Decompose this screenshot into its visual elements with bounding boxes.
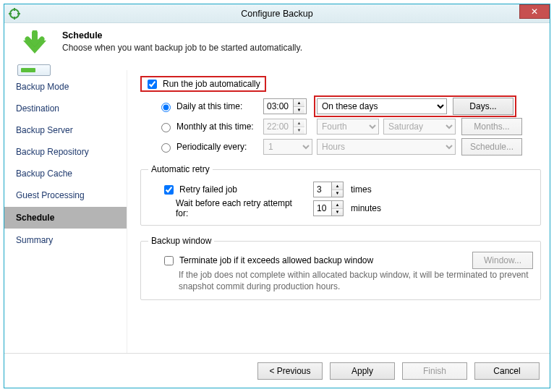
sidebar-item-backup-server[interactable]: Backup Server: [4, 119, 127, 141]
configure-backup-window: Configure Backup ✕ Schedule Choose when …: [4, 4, 550, 388]
schedule-icon: [17, 30, 52, 65]
days-mode-select[interactable]: On these days: [317, 98, 447, 114]
wizard-footer: < Previous Apply Finish Cancel: [4, 353, 550, 388]
daily-time-spinner[interactable]: ▲▼: [293, 99, 304, 114]
terminate-checkbox[interactable]: Terminate job if it exceeds allowed back…: [161, 254, 373, 268]
schedule-panel: Run the job automatically Daily at this …: [127, 70, 550, 361]
monthly-day-select: Saturday: [383, 119, 456, 135]
retry-checkbox[interactable]: Retry failed job: [161, 183, 306, 197]
retry-times-input[interactable]: ▲▼: [313, 182, 344, 197]
sidebar-item-destination[interactable]: Destination: [4, 98, 127, 119]
sidebar-item-summary[interactable]: Summary: [4, 229, 127, 251]
schedule-button: Schedule...: [461, 138, 522, 155]
sidebar-item-backup-repository[interactable]: Backup Repository: [4, 141, 127, 163]
retry-wait-label: Wait before each retry attempt for:: [176, 198, 306, 218]
close-button[interactable]: ✕: [519, 4, 550, 19]
periodic-radio[interactable]: Periodically every:: [158, 141, 247, 153]
window-button: Window...: [472, 252, 533, 269]
sidebar-item-schedule[interactable]: Schedule: [4, 206, 127, 229]
retry-legend: Automatic retry: [148, 164, 213, 174]
window-hint: If the job does not complete within allo…: [148, 269, 533, 292]
sidebar-item-backup-cache[interactable]: Backup Cache: [4, 163, 127, 184]
apply-button[interactable]: Apply: [330, 362, 395, 380]
sidebar-item-guest-processing[interactable]: Guest Processing: [4, 184, 127, 206]
monthly-radio[interactable]: Monthly at this time:: [158, 121, 254, 132]
days-button[interactable]: Days...: [453, 98, 513, 115]
cancel-button[interactable]: Cancel: [474, 362, 540, 380]
monthly-week-select: Fourth: [317, 119, 379, 135]
titlebar: Configure Backup ✕: [4, 4, 550, 23]
wizard-sidebar: Backup Mode Destination Backup Server Ba…: [4, 70, 127, 361]
run-automatically-input[interactable]: [148, 80, 157, 89]
close-icon: ✕: [531, 7, 538, 16]
usb-icon: [17, 64, 51, 76]
finish-button: Finish: [402, 362, 467, 380]
retry-wait-suffix: minutes: [351, 203, 381, 213]
backup-window-group: Backup window Terminate job if it exceed…: [140, 236, 541, 300]
svg-marker-6: [32, 32, 38, 41]
window-title: Configure Backup: [4, 9, 550, 19]
header-subtitle: Choose when you want backup job to be st…: [62, 43, 302, 53]
header-title: Schedule: [62, 30, 302, 41]
periodic-value-select: 1: [263, 139, 312, 155]
retry-wait-input[interactable]: ▲▼: [313, 200, 344, 216]
window-legend: Backup window: [148, 236, 214, 246]
monthly-time-input: ▲▼: [263, 119, 307, 135]
run-automatically-checkbox[interactable]: Run the job automatically: [145, 77, 260, 91]
daily-radio[interactable]: Daily at this time:: [158, 101, 242, 112]
wizard-header: Schedule Choose when you want backup job…: [4, 23, 550, 70]
daily-time-input[interactable]: ▲▼: [263, 98, 307, 114]
run-automatically-label: Run the job automatically: [163, 79, 260, 89]
previous-button[interactable]: < Previous: [257, 362, 323, 380]
retry-times-suffix: times: [351, 184, 372, 195]
months-button: Months...: [461, 118, 522, 135]
sidebar-item-backup-mode[interactable]: Backup Mode: [4, 76, 127, 98]
periodic-unit-select: Hours: [317, 139, 456, 155]
automatic-retry-group: Automatic retry Retry failed job ▲▼ time…: [140, 164, 541, 226]
